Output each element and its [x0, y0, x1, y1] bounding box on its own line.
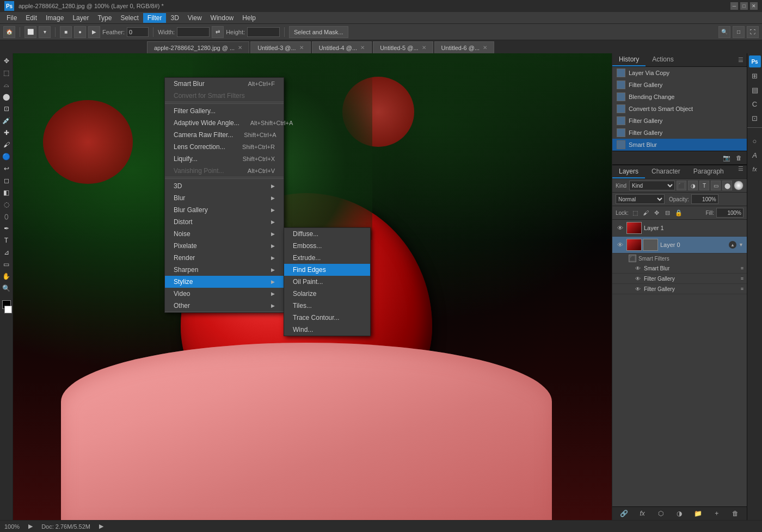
lock-artboard-btn[interactable]: ⊟ [663, 208, 672, 217]
filter-distort[interactable]: Distort [165, 216, 284, 228]
selection-tool[interactable]: ⬚ [1, 67, 12, 78]
layers-adjust-filter[interactable]: ◑ [688, 181, 698, 190]
kind-select[interactable]: Kind [629, 181, 675, 190]
menu-layer[interactable]: Layer [68, 13, 93, 23]
filter-noise[interactable]: Noise [165, 228, 284, 240]
blur-tool[interactable]: ◌ [1, 199, 12, 210]
history-brush-tool[interactable]: ↩ [1, 163, 12, 174]
layer-item-0[interactable]: 👁 Layer 0 ▲ ▼ [612, 237, 747, 253]
titlebar-controls[interactable]: ─ □ ✕ [730, 2, 758, 10]
lock-all-btn[interactable]: 🔒 [674, 208, 683, 217]
select-mask-button[interactable]: Select and Mask... [289, 26, 348, 38]
record-button[interactable]: ● [74, 26, 86, 38]
layers-type-filter[interactable]: T [699, 181, 709, 190]
filter-item-gallery-1[interactable]: 👁 Filter Gallery ≡ [612, 274, 747, 284]
quick-select-tool[interactable]: ⬤ [1, 91, 12, 102]
tab-close-4[interactable]: ✕ [483, 45, 487, 51]
stylize-oil-paint[interactable]: Oil Paint... [284, 276, 370, 288]
lasso-tool[interactable]: ⌓ [1, 79, 12, 90]
layer-1-visibility[interactable]: 👁 [616, 224, 624, 232]
filter-gallery-2-options[interactable]: ≡ [741, 286, 743, 292]
actions-tab[interactable]: Actions [646, 53, 680, 66]
history-panel-menu[interactable]: ☰ [735, 57, 747, 64]
eraser-tool[interactable]: ◻ [1, 175, 12, 186]
paragraph-tab[interactable]: Paragraph [687, 165, 730, 178]
character-tab[interactable]: Character [645, 165, 687, 178]
minimize-button[interactable]: ─ [730, 2, 738, 10]
filter-item-gallery-2[interactable]: 👁 Filter Gallery ≡ [612, 284, 747, 294]
gradient-tool[interactable]: ◧ [1, 187, 12, 198]
layer-link-btn[interactable]: 🔗 [619, 509, 629, 518]
history-item-filter-gallery-1[interactable]: Filter Gallery [612, 79, 747, 91]
swap-button[interactable]: ⇄ [212, 26, 224, 38]
path-tool[interactable]: ⊿ [1, 247, 12, 258]
tab-close-3[interactable]: ✕ [422, 45, 426, 51]
stop-button[interactable]: ■ [60, 26, 72, 38]
filter-render[interactable]: Render [165, 252, 284, 264]
stylize-diffuse[interactable]: Diffuse... [284, 228, 370, 240]
filter-item-smart-blur[interactable]: 👁 Smart Blur ≡ [612, 263, 747, 274]
zoom-tool[interactable]: 🔍 [1, 283, 12, 294]
hand-tool[interactable]: ✋ [1, 271, 12, 282]
stylize-trace-contour[interactable]: Trace Contour... [284, 312, 370, 324]
tab-active-document[interactable]: apple-2788662_1280.jpg @ ... ✕ [147, 41, 249, 53]
opacity-input[interactable] [691, 194, 718, 204]
menu-select[interactable]: Select [116, 13, 143, 23]
menu-help[interactable]: Help [238, 13, 260, 23]
smart-blur-options[interactable]: ≡ [741, 265, 743, 271]
fullscreen-button[interactable]: ⛶ [747, 26, 759, 38]
stylize-tiles[interactable]: Tiles... [284, 300, 370, 312]
menu-edit[interactable]: Edit [21, 13, 41, 23]
tab-untitled-6[interactable]: Untitled-6 @... ✕ [434, 41, 494, 53]
filter-gallery-1-visibility[interactable]: 👁 [634, 275, 642, 282]
tab-close-1[interactable]: ✕ [299, 45, 304, 51]
filter-stylize[interactable]: Stylize [165, 276, 284, 288]
layer-0-visibility[interactable]: 👁 [616, 240, 624, 249]
fill-input[interactable] [716, 208, 743, 218]
history-item-convert-smart[interactable]: Convert to Smart Object [612, 103, 747, 115]
smart-blur-visibility[interactable]: 👁 [634, 264, 642, 272]
filter-gallery-1-options[interactable]: ≡ [741, 276, 743, 281]
tab-untitled-5[interactable]: Untitled-5 @... ✕ [373, 41, 433, 53]
filter-gallery[interactable]: Filter Gallery... [165, 105, 284, 117]
layers-smart-filter[interactable]: ⬤ [722, 181, 732, 190]
brush-tool[interactable]: 🖌 [1, 139, 12, 150]
filter-liquify[interactable]: Liquify... Shift+Ctrl+X [165, 153, 284, 165]
selection-options[interactable]: ▾ [39, 26, 51, 38]
healing-tool[interactable]: ✚ [1, 127, 12, 138]
history-item-blending-change[interactable]: Blending Change [612, 91, 747, 103]
stylize-solarize[interactable]: Solarize [284, 288, 370, 300]
zoom-dropdown[interactable]: □ [733, 26, 745, 38]
maximize-button[interactable]: □ [740, 2, 748, 10]
stylize-extrude[interactable]: Extrude... [284, 252, 370, 264]
type-tool[interactable]: T [1, 235, 12, 246]
history-item-layer-via-copy[interactable]: Layer Via Copy [612, 67, 747, 79]
move-tool[interactable]: ✥ [1, 55, 12, 66]
history-item-smart-blur[interactable]: Smart Blur [612, 139, 747, 151]
stylize-wind[interactable]: Wind... [284, 324, 370, 336]
pen-tool[interactable]: ✒ [1, 223, 12, 234]
close-button[interactable]: ✕ [750, 2, 758, 10]
layer-0-options-btn[interactable]: ▲ [729, 241, 736, 249]
menu-3d[interactable]: 3D [166, 13, 183, 23]
selection-button[interactable]: ⬜ [24, 26, 36, 38]
history-camera-btn[interactable]: 📷 [722, 153, 732, 163]
layer-item-1[interactable]: 👁 Layer 1 [612, 220, 747, 237]
zoom-out-button[interactable]: 🔍 [718, 26, 730, 38]
filter-blur-gallery[interactable]: Blur Gallery [165, 204, 284, 216]
filter-smart-blur[interactable]: Smart Blur Alt+Ctrl+F [165, 78, 284, 90]
menu-window[interactable]: Window [206, 13, 238, 23]
icon-strip-channels[interactable]: C [749, 98, 761, 110]
feather-input[interactable] [127, 27, 149, 37]
icon-strip-circle[interactable]: ○ [749, 135, 761, 147]
layer-new-btn[interactable]: + [712, 509, 722, 518]
icon-strip-type[interactable]: A [749, 149, 761, 161]
filter-pixelate[interactable]: Pixelate [165, 240, 284, 252]
layer-mask-btn[interactable]: ⬡ [656, 509, 666, 518]
filter-lens-correction[interactable]: Lens Correction... Shift+Ctrl+R [165, 141, 284, 153]
layer-delete-btn[interactable]: 🗑 [730, 509, 740, 518]
icon-strip-layers[interactable]: ▤ [749, 84, 761, 96]
icon-strip-fx[interactable]: fx [749, 163, 761, 175]
menu-view[interactable]: View [183, 13, 206, 23]
layer-group-btn[interactable]: 📁 [693, 509, 703, 518]
